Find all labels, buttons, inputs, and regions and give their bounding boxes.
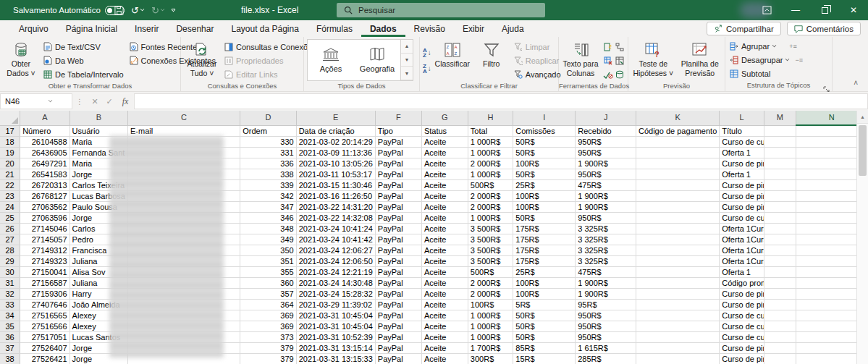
cell-data-r36[interactable]: 2021-03-31 10:52:39 [296, 331, 375, 342]
cell-total-r33[interactable]: 100R$ [468, 299, 513, 310]
limpar-button[interactable]: Limpar [513, 40, 562, 54]
cell-titulo-r20[interactable]: Curso de pintura [720, 158, 764, 169]
row-header-25[interactable]: 25 [0, 212, 20, 223]
row-header-18[interactable]: 18 [0, 136, 20, 147]
cell-codigo-r30[interactable] [636, 266, 720, 277]
search-box[interactable]: Pesquisar [337, 3, 545, 17]
cell-tipo-r23[interactable]: PayPal [375, 190, 421, 201]
row-header-28[interactable]: 28 [0, 245, 20, 255]
desagrupar-button[interactable]: Desagrupar −≡ [728, 53, 829, 67]
cell-titulo-r24[interactable]: Curso de pintura [720, 201, 764, 212]
cell-data-r19[interactable]: 2021-03-09 11:13:36 [296, 147, 375, 158]
cell-codigo-r17[interactable]: Código de pagamento [636, 125, 720, 136]
cell-empty-r34[interactable] [764, 310, 796, 321]
cell-total-r26[interactable]: 3 500R$ [468, 223, 513, 234]
cell-tipo-r37[interactable]: PayPal [375, 342, 421, 353]
dialog-launcher-icon[interactable] [823, 82, 830, 90]
cell-numero-r29[interactable]: 27149323 [20, 255, 69, 266]
geografia-data-type[interactable]: Geografia [354, 40, 400, 80]
cell-comissoes-r28[interactable]: 175R$ [513, 245, 576, 255]
cell-comissoes-r34[interactable]: 50R$ [513, 310, 576, 321]
column-header-A[interactable]: A [20, 111, 69, 125]
de-tabela-intervalo-button[interactable]: De Tabela/Intervalo [42, 67, 125, 81]
cell-comissoes-r30[interactable]: 25R$ [513, 266, 576, 277]
cell-codigo-r22[interactable] [636, 179, 720, 190]
cell-numero-r36[interactable]: 27517051 [20, 331, 69, 342]
row-header-17[interactable]: 17 [0, 125, 20, 136]
cell-comissoes-r29[interactable]: 175R$ [513, 255, 576, 266]
cell-status-r31[interactable]: Aceite [421, 277, 468, 288]
cell-ordem-r25[interactable]: 346 [240, 212, 296, 223]
cell-empty-r37[interactable] [764, 342, 796, 353]
cell-codigo-r27[interactable] [636, 234, 720, 245]
cell-ordem-r36[interactable]: 373 [240, 331, 296, 342]
row-header-33[interactable]: 33 [0, 299, 20, 310]
cell-comissoes-r17[interactable]: Comissões [513, 125, 576, 136]
cell-status-r20[interactable]: Aceite [421, 158, 468, 169]
cell-ordem-r37[interactable]: 379 [240, 342, 296, 353]
cell-data-r33[interactable]: 2021-03-29 11:39:02 [296, 299, 375, 310]
cell-total-r30[interactable]: 500R$ [468, 266, 513, 277]
cell-empty-r31[interactable] [764, 277, 796, 288]
cell-tipo-r19[interactable]: PayPal [375, 147, 421, 158]
row-header-35[interactable]: 35 [0, 321, 20, 331]
teste-hipoteses-button[interactable]: ? Teste de Hipóteses ˅ [631, 39, 675, 81]
column-header-I[interactable]: I [513, 111, 576, 125]
restore-button[interactable] [810, 0, 839, 20]
cell-status-r36[interactable]: Aceite [421, 331, 468, 342]
cell-empty-r23[interactable] [764, 190, 796, 201]
cell-comissoes-r23[interactable]: 100R$ [513, 190, 576, 201]
cell-ordem-r32[interactable]: 357 [240, 288, 296, 299]
cell-data-r27[interactable]: 2021-03-24 10:41:42 [296, 234, 375, 245]
undo-button[interactable]: ↺ [131, 5, 144, 16]
cell-status-r30[interactable]: Aceite [421, 266, 468, 277]
select-all-corner[interactable] [0, 111, 20, 125]
cell-ordem-r34[interactable]: 369 [240, 310, 296, 321]
de-text-csv-button[interactable]: De Text/CSV [42, 40, 125, 54]
cell-titulo-r23[interactable]: Curso de pintura [720, 190, 764, 201]
cell-recebido-r38[interactable]: 285R$ [576, 353, 636, 364]
cell-titulo-r21[interactable]: Oferta 1 [720, 169, 764, 179]
filtro-button[interactable]: Filtro [473, 39, 510, 81]
cell-total-r20[interactable]: 2 000R$ [468, 158, 513, 169]
cell-data-r30[interactable]: 2021-03-24 12:21:19 [296, 266, 375, 277]
cell-status-r19[interactable]: Aceite [421, 147, 468, 158]
cell-codigo-r35[interactable] [636, 321, 720, 331]
cell-total-r25[interactable]: 1 000R$ [468, 212, 513, 223]
cell-data-r20[interactable]: 2021-03-10 13:05:26 [296, 158, 375, 169]
cell-comissoes-r21[interactable]: 50R$ [513, 169, 576, 179]
cell-ordem-r29[interactable]: 351 [240, 255, 296, 266]
tab-arquivo[interactable]: Arquivo [10, 20, 57, 37]
name-box[interactable]: N46 [0, 93, 72, 109]
cell-status-r35[interactable]: Aceite [421, 321, 468, 331]
cell-codigo-r34[interactable] [636, 310, 720, 321]
cell-recebido-r19[interactable]: 950R$ [576, 147, 636, 158]
column-header-E[interactable]: E [296, 111, 375, 125]
cell-comissoes-r27[interactable]: 175R$ [513, 234, 576, 245]
show-detail-icon[interactable]: +≡ [789, 43, 797, 50]
cell-data-r17[interactable]: Data de criação [296, 125, 375, 136]
cell-data-r23[interactable]: 2021-03-16 11:26:50 [296, 190, 375, 201]
gallery-scroll-up-button[interactable]: ▲ [401, 40, 413, 54]
cell-email-r17[interactable]: E-mail [128, 125, 240, 136]
tab-exibir[interactable]: Exibir [454, 20, 493, 37]
row-header-22[interactable]: 22 [0, 179, 20, 190]
ribbon-display-options-button[interactable] [752, 0, 781, 20]
row-header-31[interactable]: 31 [0, 277, 20, 288]
cell-codigo-r33[interactable] [636, 299, 720, 310]
save-button[interactable] [114, 6, 124, 15]
cell-numero-r25[interactable]: 27063596 [20, 212, 69, 223]
cell-recebido-r21[interactable]: 950R$ [576, 169, 636, 179]
hide-detail-icon[interactable]: −≡ [795, 56, 803, 64]
cell-total-r36[interactable]: 1 000R$ [468, 331, 513, 342]
cell-codigo-r21[interactable] [636, 169, 720, 179]
cancel-entry-button[interactable]: ✕ [88, 97, 102, 106]
cell-codigo-r19[interactable] [636, 147, 720, 158]
cell-status-r29[interactable]: Aceite [421, 255, 468, 266]
cell-ordem-r19[interactable]: 331 [240, 147, 296, 158]
redo-button[interactable]: ↻ [151, 5, 164, 16]
reaplicar-button[interactable]: Reaplicar [513, 54, 562, 67]
cell-tipo-r18[interactable]: PayPal [375, 136, 421, 147]
cell-status-r33[interactable]: Aceite [421, 299, 468, 310]
cell-numero-r22[interactable]: 26720313 [20, 179, 69, 190]
